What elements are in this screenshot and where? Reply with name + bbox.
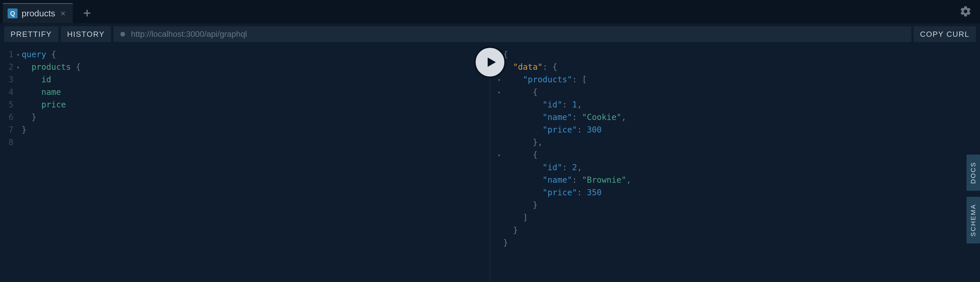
editor-split: 1▾query {2▾ products {3▾ id4▾ name5▾ pri… — [0, 45, 980, 282]
history-button[interactable]: HISTORY — [61, 26, 111, 42]
tab-bar: Q products × — [0, 0, 980, 23]
plus-icon — [82, 8, 92, 18]
settings-button[interactable] — [959, 5, 972, 19]
endpoint-box[interactable] — [113, 26, 911, 42]
docs-tab[interactable]: DOCS — [967, 155, 980, 191]
status-dot-icon — [120, 32, 125, 36]
prettify-button[interactable]: PRETTIFY — [4, 26, 59, 42]
result-code: ▾{▾ "data": {▾ "products": [▾ {▾ "id": 1… — [490, 45, 980, 249]
run-button[interactable] — [474, 46, 506, 78]
svg-marker-2 — [488, 57, 496, 67]
play-icon — [484, 55, 498, 69]
result-pane[interactable]: ▾{▾ "data": {▾ "products": [▾ {▾ "id": 1… — [490, 45, 980, 282]
app-root: Q products × PRETTIFY HISTORY COPY CURL … — [0, 0, 980, 282]
query-code[interactable]: 1▾query {2▾ products {3▾ id4▾ name5▾ pri… — [0, 45, 490, 149]
close-icon[interactable]: × — [60, 9, 66, 18]
side-tabs: DOCS SCHEMA — [967, 155, 980, 244]
tab-label: products — [22, 8, 55, 18]
schema-tab[interactable]: SCHEMA — [967, 197, 980, 244]
endpoint-input[interactable] — [131, 30, 904, 39]
copy-curl-button[interactable]: COPY CURL — [914, 26, 976, 42]
gear-icon — [959, 5, 972, 17]
query-editor-pane[interactable]: 1▾query {2▾ products {3▾ id4▾ name5▾ pri… — [0, 45, 490, 282]
query-tab[interactable]: Q products × — [3, 3, 73, 23]
new-tab-button[interactable] — [77, 3, 97, 23]
tab-badge: Q — [8, 8, 18, 18]
toolbar: PRETTIFY HISTORY COPY CURL — [0, 23, 980, 45]
